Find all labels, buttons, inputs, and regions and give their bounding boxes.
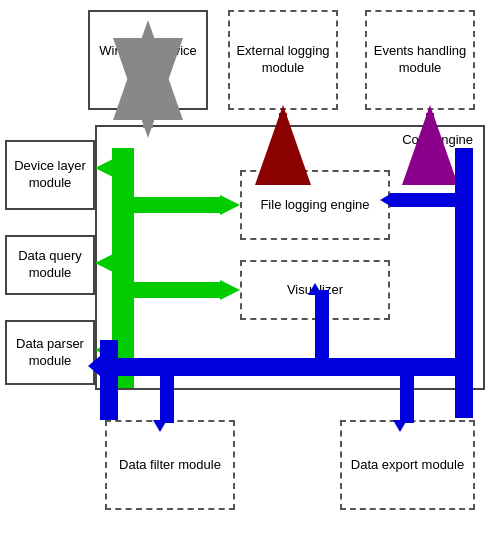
data-parser-module-label: Data parser module: [7, 336, 93, 370]
architecture-diagram: Windows service wrapper External logging…: [0, 0, 501, 538]
data-filter-module-label: Data filter module: [119, 457, 221, 474]
visualizer-box: Visualizer: [240, 260, 390, 320]
device-layer-module-box: Device layer module: [5, 140, 95, 210]
events-handling-module-label: Events handling module: [367, 43, 473, 77]
data-export-module-label: Data export module: [351, 457, 464, 474]
data-filter-module-box: Data filter module: [105, 420, 235, 510]
core-engine-box: Core engine: [95, 125, 485, 390]
external-logging-module-label: External logging module: [230, 43, 336, 77]
data-parser-module-box: Data parser module: [5, 320, 95, 385]
core-engine-label: Core engine: [402, 132, 473, 149]
data-export-module-box: Data export module: [340, 420, 475, 510]
visualizer-label: Visualizer: [287, 282, 343, 299]
windows-service-wrapper-label: Windows service wrapper: [90, 43, 206, 77]
file-logging-engine-label: File logging engine: [260, 197, 369, 214]
device-layer-module-label: Device layer module: [7, 158, 93, 192]
events-handling-module-box: Events handling module: [365, 10, 475, 110]
data-query-module-box: Data query module: [5, 235, 95, 295]
data-query-module-label: Data query module: [7, 248, 93, 282]
file-logging-engine-box: File logging engine: [240, 170, 390, 240]
external-logging-module-box: External logging module: [228, 10, 338, 110]
windows-service-wrapper-box: Windows service wrapper: [88, 10, 208, 110]
